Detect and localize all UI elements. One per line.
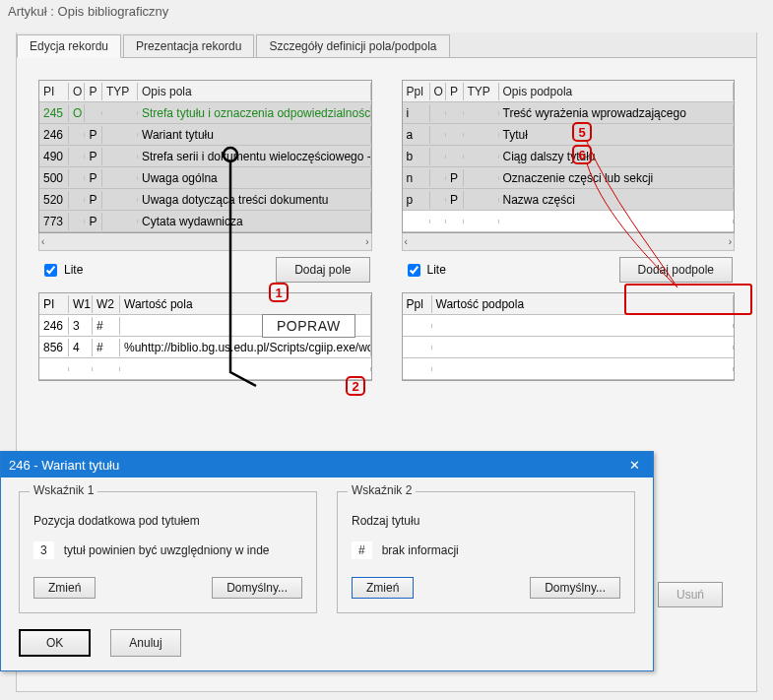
tab-presentation[interactable]: Prezentacja rekordu [123, 34, 254, 57]
table-row[interactable]: 500 P Uwaga ogólna [39, 167, 371, 189]
indicator1-group: Wskaźnik 1 Pozycja dodatkowa pod tytułem… [19, 491, 317, 613]
dialog-titlebar[interactable]: 246 - Wariant tytułu ✕ [1, 452, 653, 477]
field-values-grid[interactable]: PI W1 W2 Wartość pola 246 3 # POPRAW 856… [38, 292, 372, 381]
table-row[interactable]: n P Oznaczenie części lub sekcji [403, 167, 735, 189]
tab-edit-record[interactable]: Edycja rekordu [17, 34, 121, 58]
table-row[interactable]: i Treść wyrażenia wprowadzającego [403, 102, 735, 124]
lite-check-input[interactable] [408, 264, 420, 277]
col-p: P [85, 83, 102, 100]
col-o: O [69, 83, 85, 100]
table-row[interactable] [403, 337, 735, 358]
tab-bar: Edycja rekordu Prezentacja rekordu Szcze… [17, 32, 756, 58]
subfields-grid[interactable]: Ppl O P TYP Opis podpola i Treść wyrażen… [402, 80, 736, 233]
popraw-badge: POPRAW [262, 314, 355, 338]
lite-check-input[interactable] [44, 264, 57, 277]
table-row[interactable]: 773 P Cytata wydawnicza [39, 211, 371, 232]
table-row[interactable]: 856 4 # %uhttp://biblio.bg.us.edu.pl/Scr… [39, 337, 371, 358]
table-row[interactable] [403, 211, 735, 232]
table-row[interactable]: 520 P Uwaga dotycząca treści dokumentu [39, 189, 371, 211]
lite-label: Lite [64, 263, 83, 277]
table-row[interactable]: p P Nazwa części [403, 189, 735, 211]
fields-grid-header: PI O P TYP Opis pola [39, 81, 371, 102]
cancel-button[interactable]: Anuluj [110, 629, 180, 657]
ind1-change-button[interactable]: Zmień [33, 577, 96, 599]
fields-hscroll[interactable]: ‹› [38, 233, 372, 251]
indicator2-desc: brak informacji [382, 543, 459, 557]
add-field-button[interactable]: Dodaj pole [276, 257, 369, 283]
subfields-hscroll[interactable]: ‹› [402, 233, 736, 251]
col-o: O [430, 83, 446, 100]
lite-label: Lite [427, 263, 446, 277]
indicator1-value: 3 [33, 541, 54, 559]
lite-checkbox-fields[interactable]: Lite [40, 261, 83, 280]
subfields-grid-header: Ppl O P TYP Opis podpola [403, 81, 735, 102]
ind2-change-button[interactable]: Zmień [352, 577, 414, 599]
dialog-title-text: 246 - Wariant tytułu [9, 458, 119, 473]
lite-checkbox-subfields[interactable]: Lite [404, 261, 446, 280]
close-icon[interactable]: ✕ [623, 456, 645, 474]
col-typ: TYP [464, 83, 499, 100]
table-row[interactable]: 246 3 # POPRAW [39, 315, 371, 337]
indicator1-desc: tytuł powinien być uwzględniony w inde [64, 543, 270, 557]
add-subfield-button[interactable]: Dodaj podpole [619, 257, 733, 283]
col-opis: Opis pola [138, 83, 371, 100]
indicator2-value: # [352, 541, 372, 559]
ind1-default-button[interactable]: Domyślny... [212, 577, 302, 599]
highlight-add-subfield [624, 284, 752, 315]
fields-grid[interactable]: PI O P TYP Opis pola 245 O Strefa tytułu… [38, 80, 372, 233]
annotation-marker-5: 5 [572, 122, 592, 142]
tab-details[interactable]: Szczegóły definicji pola/podpola [256, 34, 449, 57]
col-pi: PI [39, 83, 69, 100]
table-row[interactable] [403, 315, 735, 337]
table-row[interactable] [39, 358, 371, 380]
col-opis: Opis podpola [499, 83, 735, 100]
indicator1-line1: Pozycja dodatkowa pod tytułem [33, 514, 302, 528]
table-row[interactable]: b Ciąg dalszy tytułu [403, 146, 735, 167]
col-p: P [446, 83, 464, 100]
indicator2-label: Wskaźnik 2 [348, 483, 416, 497]
indicator2-line1: Rodzaj tytułu [352, 514, 620, 528]
table-row[interactable]: a Tytuł [403, 124, 735, 146]
table-row[interactable]: 245 O Strefa tytułu i oznaczenia odpowie… [39, 102, 371, 124]
indicator-dialog: 246 - Wariant tytułu ✕ Wskaźnik 1 Pozycj… [0, 451, 654, 671]
annotation-marker-1: 1 [269, 283, 289, 302]
window-title: Artykuł : Opis bibliograficzny [0, 0, 773, 23]
subfields-column: Ppl O P TYP Opis podpola i Treść wyrażen… [402, 80, 736, 285]
fields-column: PI O P TYP Opis pola 245 O Strefa tytułu… [38, 80, 372, 285]
indicator1-label: Wskaźnik 1 [30, 483, 97, 497]
ind2-default-button[interactable]: Domyślny... [530, 577, 620, 599]
usun-button[interactable]: Usuń [658, 582, 723, 607]
indicator2-group: Wskaźnik 2 Rodzaj tytułu # brak informac… [337, 491, 635, 613]
table-row[interactable]: 246 P Wariant tytułu [39, 124, 371, 146]
annotation-marker-2: 2 [346, 376, 365, 396]
ok-button[interactable]: OK [19, 629, 91, 657]
annotation-marker-6: 6 [572, 145, 592, 164]
table-row[interactable] [403, 358, 735, 380]
table-row[interactable]: 490 P Strefa serii i dokumentu wieloczęś… [39, 146, 371, 167]
field-values-column: PI W1 W2 Wartość pola 246 3 # POPRAW 856… [38, 292, 372, 381]
col-ppl: Ppl [403, 83, 430, 100]
col-typ: TYP [102, 83, 138, 100]
